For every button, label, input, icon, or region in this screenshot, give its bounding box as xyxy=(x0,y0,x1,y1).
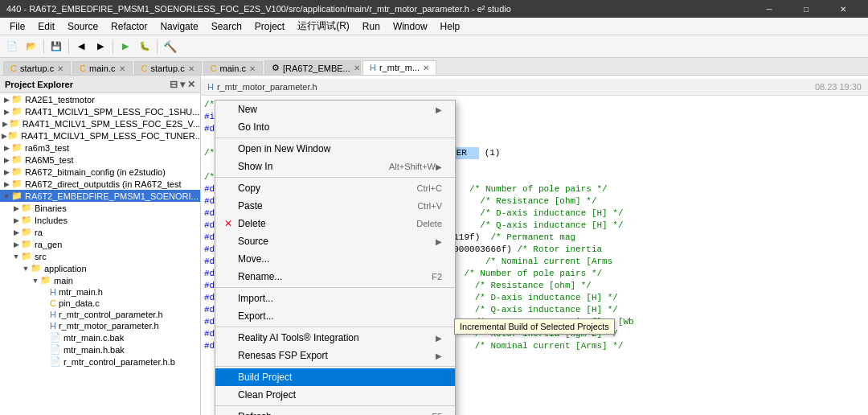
tab-icon-1: C xyxy=(10,64,17,73)
ctx-renesas-fsp[interactable]: Renesas FSP Export ▶ xyxy=(215,347,455,364)
ctx-export[interactable]: Export... xyxy=(215,307,455,325)
menu-search[interactable]: Search xyxy=(205,19,248,34)
tab-main-c-1[interactable]: C main.c ✕ xyxy=(72,61,132,75)
maximize-button[interactable]: □ xyxy=(788,0,825,18)
sidebar-item-main-folder[interactable]: ▼ 📁 main xyxy=(0,274,200,286)
sidebar-item-r-mtr-control[interactable]: ▶ H r_mtr_control_parameter.h xyxy=(0,309,200,320)
ctx-export-label: Export... xyxy=(238,310,442,322)
toolbar-new[interactable]: 📄 xyxy=(3,38,21,55)
submenu-tooltip: Incremental Build of Selected Projects xyxy=(454,318,615,335)
sidebar-menu-btn[interactable]: ▾ xyxy=(180,79,185,90)
tab-startup-c-1[interactable]: C startup.c ✕ xyxy=(3,61,71,75)
menu-project[interactable]: Project xyxy=(248,19,291,34)
ctx-show-in[interactable]: Show In Alt+Shift+W ▶ xyxy=(215,158,455,175)
toolbar-debug[interactable]: 🐛 xyxy=(136,38,154,55)
ctx-new[interactable]: New ▶ xyxy=(215,101,455,118)
tab-close-4[interactable]: ✕ xyxy=(249,64,256,73)
ctx-go-into[interactable]: Go Into xyxy=(215,118,455,136)
breadcrumb-filename: r_mtr_motor_parameter.h xyxy=(217,80,317,93)
menu-run[interactable]: Run xyxy=(356,19,387,34)
ctx-open-new-window[interactable]: Open in New Window xyxy=(215,140,455,158)
sidebar-item-pin-data-c[interactable]: ▶ C pin_data.c xyxy=(0,298,200,309)
tab-startup-c-2[interactable]: C startup.c ✕ xyxy=(134,61,202,75)
ctx-paste[interactable]: Paste Ctrl+V xyxy=(215,197,455,215)
ctx-import[interactable]: Import... xyxy=(215,290,455,307)
tab-close-5[interactable]: ✕ xyxy=(354,64,360,72)
sidebar-item-includes[interactable]: ▶ 📁 Includes xyxy=(0,214,200,226)
ctx-clean-project[interactable]: Clean Project xyxy=(215,386,455,404)
ctx-move-label: Move... xyxy=(238,253,442,265)
tab-close-2[interactable]: ✕ xyxy=(119,64,125,73)
sidebar-item-ra6t2-direct[interactable]: ▶ 📁 RA6T2_direct_outputdis (in RA6T2_tes… xyxy=(0,178,200,190)
sidebar-item-application[interactable]: ▼ 📁 application xyxy=(0,262,200,274)
sidebar-item-ra6t2-bitmain[interactable]: ▶ 📁 RA6T2_bitmain_config (in e2studio) xyxy=(0,166,200,178)
ctx-refresh[interactable]: Refresh F5 xyxy=(215,408,455,415)
ctx-divider-6 xyxy=(215,405,455,406)
sidebar-item-r-mtr-motor[interactable]: ▶ H r_mtr_motor_parameter.h xyxy=(0,320,200,331)
toolbar-build[interactable]: 🔨 xyxy=(161,38,178,55)
close-button[interactable]: ✕ xyxy=(825,0,862,18)
ctx-source[interactable]: Source ▶ xyxy=(215,232,455,250)
ctx-reality-ai[interactable]: Reality AI Tools® Integration ▶ xyxy=(215,329,455,347)
menu-window[interactable]: Window xyxy=(387,19,434,34)
sidebar-item-ra4t1-3[interactable]: ▶ 📁 RA4T1_MCILV1_SPM_LESS_FOC_TUNER... xyxy=(0,129,200,142)
app-window: 440 - RA6T2_EMBEDFIRE_PMSM1_SOENORLESS_F… xyxy=(0,0,868,415)
sidebar-item-mtr-main-h-bak[interactable]: ▶ 📄 mtr_main.h.bak xyxy=(0,343,200,355)
sidebar-item-mtr-main-h[interactable]: ▶ H mtr_main.h xyxy=(0,286,200,298)
sidebar-item-ra2e1[interactable]: ▶ 📁 RA2E1_testmotor xyxy=(0,93,200,105)
sidebar-item-ra-gen[interactable]: ▶ 📁 ra_gen xyxy=(0,238,200,250)
menu-navigate[interactable]: Navigate xyxy=(154,19,204,34)
ctx-divider-1 xyxy=(215,138,455,138)
ctx-rename[interactable]: Rename... F2 xyxy=(215,268,455,286)
tab-icon-4: C xyxy=(211,64,217,73)
tab-close-6[interactable]: ✕ xyxy=(423,64,429,72)
sidebar-item-binaries[interactable]: ▶ 📁 Binaries xyxy=(0,202,200,214)
sidebar-item-ra4t1-1[interactable]: ▶ 📁 RA4T1_MCILV1_SPM_LESS_FOC_1SHU... xyxy=(0,105,200,117)
ctx-refresh-label: Refresh xyxy=(238,411,416,415)
toolbar-save[interactable]: 💾 xyxy=(47,38,65,55)
tab-r-mtr-param[interactable]: H r_mtr_m... ✕ xyxy=(362,60,436,75)
sidebar-item-ra6t2-embed[interactable]: ▼ 📁 RA6T2_EMBEDFIRE_PMSM1_SOENORI... xyxy=(0,190,200,202)
project-explorer: Project Explorer ⊟ ▾ ✕ ▶ 📁 RA2E1_testmot… xyxy=(0,76,201,415)
menu-source[interactable]: Source xyxy=(61,19,104,34)
ctx-build-project-label: Build Project xyxy=(238,372,442,383)
tab-label-2: main.c xyxy=(89,64,115,73)
sidebar-collapse-btn[interactable]: ⊟ xyxy=(170,79,178,90)
tab-main-c-2[interactable]: C main.c ✕ xyxy=(203,61,263,75)
toolbar: 📄 📂 💾 ◀ ▶ ▶ 🐛 🔨 xyxy=(0,35,868,58)
menu-run-debug[interactable]: 运行调试(R) xyxy=(291,18,356,35)
menu-help[interactable]: Help xyxy=(434,19,467,34)
sidebar-item-ra4t1-2[interactable]: ▶ 📁 RA4T1_MCILV1_SPM_LESS_FOC_E2S_V... xyxy=(0,117,200,129)
toolbar-sep-3 xyxy=(113,39,113,54)
sidebar-item-ra6m5[interactable]: ▶ 📁 RA6M5_test xyxy=(0,154,200,166)
tab-icon-5: ⚙ xyxy=(272,63,280,73)
title-text: 440 - RA6T2_EMBEDFIRE_PMSM1_SOENORLESS_F… xyxy=(6,4,511,14)
tab-ra6t2-config[interactable]: ⚙ [RA6T2_EMBE... ✕ xyxy=(264,60,361,75)
toolbar-run[interactable]: ▶ xyxy=(117,38,134,55)
sidebar-item-src[interactable]: ▼ 📁 src xyxy=(0,250,200,262)
toolbar-back[interactable]: ◀ xyxy=(72,38,90,55)
sidebar-item-ra[interactable]: ▶ 📁 ra xyxy=(0,226,200,238)
ctx-build-project[interactable]: Build Project xyxy=(215,368,455,386)
tab-label-6: r_mtr_m... xyxy=(379,63,420,72)
sidebar-item-r-mtr-ctrl-bak[interactable]: ▶ 📄 r_mtr_control_parameter.h.b xyxy=(0,355,200,368)
tab-close-3[interactable]: ✕ xyxy=(188,64,194,73)
sidebar-close-btn[interactable]: ✕ xyxy=(187,79,195,90)
menu-edit[interactable]: Edit xyxy=(31,19,61,34)
ctx-import-label: Import... xyxy=(238,293,442,304)
tab-icon-2: C xyxy=(80,64,86,73)
tab-icon-3: C xyxy=(141,64,148,73)
ctx-delete[interactable]: ✕ Delete Delete xyxy=(215,215,455,232)
toolbar-forward[interactable]: ▶ xyxy=(92,38,109,55)
ctx-move[interactable]: Move... xyxy=(215,250,455,268)
sidebar-item-ra6m3[interactable]: ▶ 📁 ra6m3_test xyxy=(0,142,200,154)
menu-refactor[interactable]: Refactor xyxy=(104,19,154,34)
minimize-button[interactable]: ─ xyxy=(751,0,788,18)
toolbar-open[interactable]: 📂 xyxy=(23,38,40,55)
menu-file[interactable]: File xyxy=(3,19,31,34)
tab-label-1: startup.c xyxy=(20,64,54,73)
tab-close-1[interactable]: ✕ xyxy=(57,64,63,73)
tab-label-4: main.c xyxy=(220,64,246,73)
ctx-copy[interactable]: Copy Ctrl+C xyxy=(215,179,455,197)
sidebar-item-mtr-main-c-bak[interactable]: ▶ 📄 mtr_main.c.bak xyxy=(0,331,200,343)
